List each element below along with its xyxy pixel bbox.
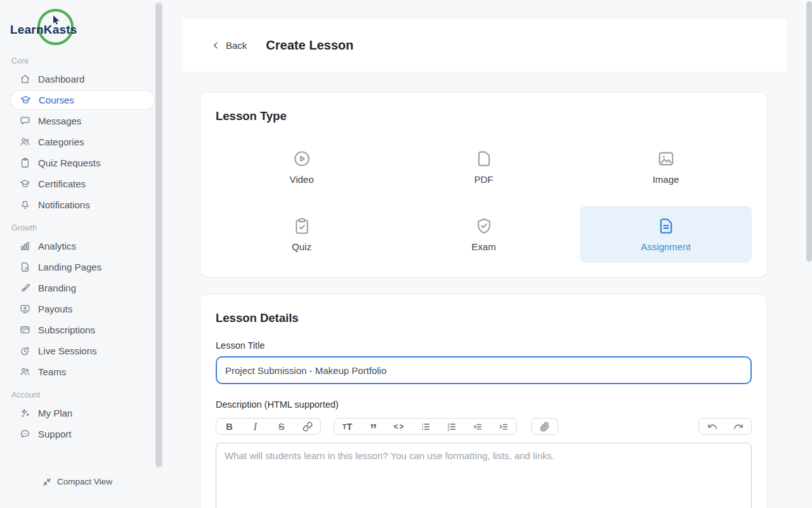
compact-view-label: Compact View bbox=[57, 477, 112, 486]
link-icon bbox=[303, 422, 313, 432]
sidebar-item-label: Branding bbox=[38, 283, 76, 293]
outdent-button[interactable] bbox=[464, 418, 490, 434]
sidebar-item-label: Payouts bbox=[38, 304, 72, 314]
sidebar-item-label: Teams bbox=[38, 366, 66, 377]
blockquote-button[interactable]: ” bbox=[360, 418, 386, 434]
sidebar-item-certificates[interactable]: Certificates bbox=[0, 173, 164, 194]
sidebar-item-payouts[interactable]: Payouts bbox=[0, 298, 164, 319]
sidebar-item-label: Messages bbox=[38, 116, 81, 126]
sidebar-item-my-plan[interactable]: My Plan bbox=[0, 403, 164, 424]
sidebar-item-messages[interactable]: Messages bbox=[0, 110, 164, 131]
numbered-list-button[interactable]: 123 bbox=[438, 418, 464, 434]
sidebar-item-notifications[interactable]: Notifications bbox=[0, 194, 164, 215]
back-button[interactable]: Back bbox=[212, 40, 247, 51]
compact-view-toggle[interactable]: Compact View bbox=[0, 477, 155, 486]
timer-icon bbox=[19, 345, 31, 357]
lesson-details-card: Lesson Details Lesson Title Description … bbox=[200, 294, 768, 508]
bar-chart-icon bbox=[19, 240, 31, 252]
sidebar-item-label: Dashboard bbox=[38, 74, 84, 84]
attach-group bbox=[531, 418, 558, 435]
sparkles-icon bbox=[19, 407, 31, 419]
sidebar-item-live-sessions[interactable]: Live Sessions bbox=[0, 340, 164, 361]
lesson-type-assignment[interactable]: Assignment bbox=[580, 206, 752, 263]
cursor-icon bbox=[52, 15, 62, 28]
undo-button[interactable] bbox=[699, 418, 725, 434]
sidebar-item-label: Quiz Requests bbox=[38, 157, 100, 168]
chat-bubble-icon bbox=[19, 115, 31, 127]
sidebar-item-label: Landing Pages bbox=[38, 262, 102, 272]
link-button[interactable] bbox=[294, 418, 320, 434]
lesson-type-quiz[interactable]: Quiz bbox=[216, 206, 388, 263]
sidebar-item-label: Notifications bbox=[38, 199, 90, 210]
lesson-type-label: Video bbox=[289, 174, 313, 185]
redo-button[interactable] bbox=[725, 418, 751, 434]
chevron-left-icon bbox=[212, 41, 220, 50]
code-button[interactable]: <> bbox=[386, 418, 412, 434]
bullet-list-button[interactable] bbox=[412, 418, 438, 434]
page-title: Create Lesson bbox=[266, 38, 353, 53]
section-label-core: Core bbox=[11, 57, 164, 65]
attachment-button[interactable] bbox=[532, 418, 558, 434]
editor-toolbar: B I S TT ” <> 123 bbox=[216, 418, 752, 435]
play-circle-icon bbox=[292, 149, 311, 168]
lesson-type-video[interactable]: Video bbox=[216, 138, 388, 196]
italic-button[interactable]: I bbox=[242, 418, 268, 434]
paperclip-icon bbox=[540, 422, 550, 432]
undo-icon bbox=[707, 422, 717, 432]
compact-view-icon bbox=[43, 478, 51, 486]
graduation-cap-icon bbox=[19, 178, 31, 190]
block-group: TT ” <> 123 bbox=[334, 418, 517, 435]
home-icon bbox=[19, 73, 31, 85]
sidebar-item-label: My Plan bbox=[38, 408, 72, 418]
sidebar-item-label: Live Sessions bbox=[38, 345, 97, 356]
lesson-type-card: Lesson Type Video PDF Image Quiz Exam bbox=[200, 92, 768, 277]
text-size-button[interactable]: TT bbox=[334, 418, 360, 434]
image-icon bbox=[657, 149, 676, 168]
page-header: Back Create Lesson bbox=[183, 19, 787, 72]
clipboard-check-icon bbox=[292, 217, 311, 236]
sidebar-item-teams[interactable]: Teams bbox=[0, 361, 164, 382]
users-icon bbox=[19, 366, 31, 378]
file-icon bbox=[475, 149, 494, 168]
sidebar-item-support[interactable]: Support bbox=[0, 424, 164, 444]
sidebar-scrollbar[interactable] bbox=[155, 3, 162, 467]
sidebar-item-label: Courses bbox=[39, 95, 74, 105]
file-icon bbox=[19, 261, 31, 273]
section-label-growth: Growth bbox=[11, 224, 164, 232]
sidebar-item-subscriptions[interactable]: Subscriptions bbox=[0, 319, 164, 340]
sidebar-item-label: Support bbox=[38, 429, 72, 439]
svg-text:3: 3 bbox=[447, 427, 449, 431]
strikethrough-button[interactable]: S bbox=[268, 418, 294, 434]
description-editor[interactable] bbox=[216, 443, 752, 508]
lesson-details-title: Lesson Details bbox=[216, 311, 752, 325]
sidebar-item-label: Subscriptions bbox=[38, 324, 95, 335]
monitor-coin-icon bbox=[19, 303, 31, 315]
lesson-type-image[interactable]: Image bbox=[580, 138, 752, 196]
lesson-type-pdf[interactable]: PDF bbox=[398, 138, 570, 196]
message-dots-icon bbox=[19, 428, 31, 440]
bold-button[interactable]: B bbox=[216, 418, 242, 434]
sidebar-item-analytics[interactable]: Analytics bbox=[0, 236, 164, 257]
redo-icon bbox=[733, 422, 743, 432]
sidebar-item-landing-pages[interactable]: Landing Pages bbox=[0, 257, 164, 277]
text-size-large-t: T bbox=[346, 421, 352, 432]
brand-logo[interactable]: LearnKasts bbox=[10, 9, 105, 48]
history-group bbox=[698, 418, 752, 435]
paintbrush-icon bbox=[19, 282, 31, 294]
numbered-list-icon: 123 bbox=[447, 422, 457, 432]
bell-icon bbox=[19, 199, 31, 211]
indent-button[interactable] bbox=[490, 418, 516, 434]
credit-card-icon bbox=[19, 324, 31, 336]
sidebar-item-dashboard[interactable]: Dashboard bbox=[0, 69, 164, 90]
lesson-title-input[interactable] bbox=[216, 356, 752, 384]
sidebar-item-courses[interactable]: Courses bbox=[10, 90, 155, 110]
sidebar-item-branding[interactable]: Branding bbox=[0, 277, 164, 298]
sidebar-item-quiz-requests[interactable]: Quiz Requests bbox=[0, 152, 164, 173]
page-scrollbar[interactable] bbox=[806, 1, 812, 262]
sidebar-item-label: Categories bbox=[38, 137, 84, 147]
sidebar-item-categories[interactable]: Categories bbox=[0, 131, 164, 152]
sidebar-item-label: Certificates bbox=[38, 178, 86, 189]
lesson-title-label: Lesson Title bbox=[216, 340, 752, 351]
file-text-icon bbox=[657, 217, 676, 236]
lesson-type-exam[interactable]: Exam bbox=[398, 206, 570, 263]
